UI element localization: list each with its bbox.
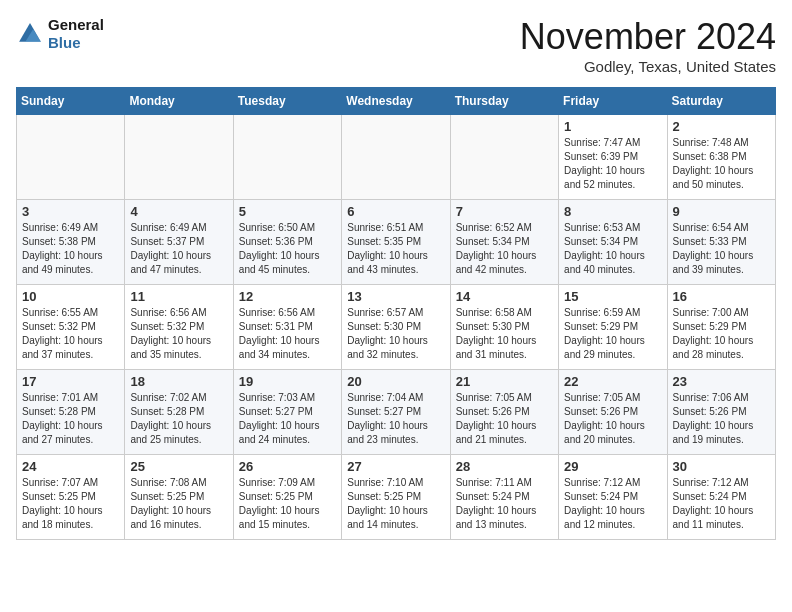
day-number: 6 bbox=[347, 204, 444, 219]
day-number: 22 bbox=[564, 374, 661, 389]
day-number: 4 bbox=[130, 204, 227, 219]
day-cell: 17Sunrise: 7:01 AM Sunset: 5:28 PM Dayli… bbox=[17, 370, 125, 455]
day-info: Sunrise: 7:47 AM Sunset: 6:39 PM Dayligh… bbox=[564, 136, 661, 192]
day-number: 7 bbox=[456, 204, 553, 219]
day-info: Sunrise: 7:09 AM Sunset: 5:25 PM Dayligh… bbox=[239, 476, 336, 532]
weekday-header-tuesday: Tuesday bbox=[233, 88, 341, 115]
day-number: 29 bbox=[564, 459, 661, 474]
day-number: 17 bbox=[22, 374, 119, 389]
day-cell: 25Sunrise: 7:08 AM Sunset: 5:25 PM Dayli… bbox=[125, 455, 233, 540]
day-cell: 12Sunrise: 6:56 AM Sunset: 5:31 PM Dayli… bbox=[233, 285, 341, 370]
weekday-header-wednesday: Wednesday bbox=[342, 88, 450, 115]
day-cell: 26Sunrise: 7:09 AM Sunset: 5:25 PM Dayli… bbox=[233, 455, 341, 540]
day-info: Sunrise: 6:50 AM Sunset: 5:36 PM Dayligh… bbox=[239, 221, 336, 277]
day-number: 20 bbox=[347, 374, 444, 389]
week-row-2: 3Sunrise: 6:49 AM Sunset: 5:38 PM Daylig… bbox=[17, 200, 776, 285]
day-number: 25 bbox=[130, 459, 227, 474]
day-number: 13 bbox=[347, 289, 444, 304]
day-cell: 28Sunrise: 7:11 AM Sunset: 5:24 PM Dayli… bbox=[450, 455, 558, 540]
day-info: Sunrise: 7:04 AM Sunset: 5:27 PM Dayligh… bbox=[347, 391, 444, 447]
day-info: Sunrise: 6:56 AM Sunset: 5:32 PM Dayligh… bbox=[130, 306, 227, 362]
day-cell: 3Sunrise: 6:49 AM Sunset: 5:38 PM Daylig… bbox=[17, 200, 125, 285]
day-info: Sunrise: 7:00 AM Sunset: 5:29 PM Dayligh… bbox=[673, 306, 770, 362]
day-info: Sunrise: 6:55 AM Sunset: 5:32 PM Dayligh… bbox=[22, 306, 119, 362]
title-area: November 2024 Godley, Texas, United Stat… bbox=[520, 16, 776, 75]
day-number: 26 bbox=[239, 459, 336, 474]
day-info: Sunrise: 7:06 AM Sunset: 5:26 PM Dayligh… bbox=[673, 391, 770, 447]
day-number: 24 bbox=[22, 459, 119, 474]
day-cell: 11Sunrise: 6:56 AM Sunset: 5:32 PM Dayli… bbox=[125, 285, 233, 370]
day-info: Sunrise: 7:05 AM Sunset: 5:26 PM Dayligh… bbox=[456, 391, 553, 447]
header: General Blue November 2024 Godley, Texas… bbox=[16, 16, 776, 75]
day-number: 11 bbox=[130, 289, 227, 304]
day-number: 27 bbox=[347, 459, 444, 474]
day-number: 19 bbox=[239, 374, 336, 389]
day-info: Sunrise: 6:52 AM Sunset: 5:34 PM Dayligh… bbox=[456, 221, 553, 277]
day-info: Sunrise: 6:59 AM Sunset: 5:29 PM Dayligh… bbox=[564, 306, 661, 362]
day-number: 9 bbox=[673, 204, 770, 219]
month-title: November 2024 bbox=[520, 16, 776, 58]
day-cell: 20Sunrise: 7:04 AM Sunset: 5:27 PM Dayli… bbox=[342, 370, 450, 455]
day-number: 1 bbox=[564, 119, 661, 134]
day-cell: 23Sunrise: 7:06 AM Sunset: 5:26 PM Dayli… bbox=[667, 370, 775, 455]
logo-blue: Blue bbox=[48, 34, 81, 51]
day-number: 28 bbox=[456, 459, 553, 474]
day-number: 30 bbox=[673, 459, 770, 474]
day-number: 5 bbox=[239, 204, 336, 219]
day-cell bbox=[450, 115, 558, 200]
weekday-header-sunday: Sunday bbox=[17, 88, 125, 115]
day-cell: 30Sunrise: 7:12 AM Sunset: 5:24 PM Dayli… bbox=[667, 455, 775, 540]
day-info: Sunrise: 7:01 AM Sunset: 5:28 PM Dayligh… bbox=[22, 391, 119, 447]
day-info: Sunrise: 7:02 AM Sunset: 5:28 PM Dayligh… bbox=[130, 391, 227, 447]
day-cell: 1Sunrise: 7:47 AM Sunset: 6:39 PM Daylig… bbox=[559, 115, 667, 200]
day-number: 21 bbox=[456, 374, 553, 389]
day-number: 12 bbox=[239, 289, 336, 304]
day-cell: 24Sunrise: 7:07 AM Sunset: 5:25 PM Dayli… bbox=[17, 455, 125, 540]
weekday-header-saturday: Saturday bbox=[667, 88, 775, 115]
week-row-1: 1Sunrise: 7:47 AM Sunset: 6:39 PM Daylig… bbox=[17, 115, 776, 200]
day-cell bbox=[17, 115, 125, 200]
day-info: Sunrise: 7:12 AM Sunset: 5:24 PM Dayligh… bbox=[673, 476, 770, 532]
day-info: Sunrise: 7:10 AM Sunset: 5:25 PM Dayligh… bbox=[347, 476, 444, 532]
day-cell: 14Sunrise: 6:58 AM Sunset: 5:30 PM Dayli… bbox=[450, 285, 558, 370]
day-cell: 27Sunrise: 7:10 AM Sunset: 5:25 PM Dayli… bbox=[342, 455, 450, 540]
weekday-header-friday: Friday bbox=[559, 88, 667, 115]
day-info: Sunrise: 7:08 AM Sunset: 5:25 PM Dayligh… bbox=[130, 476, 227, 532]
day-info: Sunrise: 7:05 AM Sunset: 5:26 PM Dayligh… bbox=[564, 391, 661, 447]
day-info: Sunrise: 7:12 AM Sunset: 5:24 PM Dayligh… bbox=[564, 476, 661, 532]
day-cell: 29Sunrise: 7:12 AM Sunset: 5:24 PM Dayli… bbox=[559, 455, 667, 540]
day-cell: 5Sunrise: 6:50 AM Sunset: 5:36 PM Daylig… bbox=[233, 200, 341, 285]
day-info: Sunrise: 6:49 AM Sunset: 5:37 PM Dayligh… bbox=[130, 221, 227, 277]
day-cell: 4Sunrise: 6:49 AM Sunset: 5:37 PM Daylig… bbox=[125, 200, 233, 285]
day-cell: 8Sunrise: 6:53 AM Sunset: 5:34 PM Daylig… bbox=[559, 200, 667, 285]
weekday-header-thursday: Thursday bbox=[450, 88, 558, 115]
logo: General Blue bbox=[16, 16, 104, 52]
logo-icon bbox=[16, 20, 44, 48]
day-cell: 2Sunrise: 7:48 AM Sunset: 6:38 PM Daylig… bbox=[667, 115, 775, 200]
day-cell: 10Sunrise: 6:55 AM Sunset: 5:32 PM Dayli… bbox=[17, 285, 125, 370]
day-cell: 7Sunrise: 6:52 AM Sunset: 5:34 PM Daylig… bbox=[450, 200, 558, 285]
day-cell bbox=[233, 115, 341, 200]
day-cell bbox=[125, 115, 233, 200]
week-row-3: 10Sunrise: 6:55 AM Sunset: 5:32 PM Dayli… bbox=[17, 285, 776, 370]
week-row-4: 17Sunrise: 7:01 AM Sunset: 5:28 PM Dayli… bbox=[17, 370, 776, 455]
day-cell: 9Sunrise: 6:54 AM Sunset: 5:33 PM Daylig… bbox=[667, 200, 775, 285]
day-number: 8 bbox=[564, 204, 661, 219]
day-info: Sunrise: 7:11 AM Sunset: 5:24 PM Dayligh… bbox=[456, 476, 553, 532]
day-info: Sunrise: 6:53 AM Sunset: 5:34 PM Dayligh… bbox=[564, 221, 661, 277]
weekday-header-monday: Monday bbox=[125, 88, 233, 115]
day-number: 18 bbox=[130, 374, 227, 389]
day-cell bbox=[342, 115, 450, 200]
day-info: Sunrise: 7:48 AM Sunset: 6:38 PM Dayligh… bbox=[673, 136, 770, 192]
day-info: Sunrise: 6:49 AM Sunset: 5:38 PM Dayligh… bbox=[22, 221, 119, 277]
day-info: Sunrise: 7:03 AM Sunset: 5:27 PM Dayligh… bbox=[239, 391, 336, 447]
day-number: 23 bbox=[673, 374, 770, 389]
day-cell: 22Sunrise: 7:05 AM Sunset: 5:26 PM Dayli… bbox=[559, 370, 667, 455]
weekday-header-row: SundayMondayTuesdayWednesdayThursdayFrid… bbox=[17, 88, 776, 115]
day-cell: 16Sunrise: 7:00 AM Sunset: 5:29 PM Dayli… bbox=[667, 285, 775, 370]
week-row-5: 24Sunrise: 7:07 AM Sunset: 5:25 PM Dayli… bbox=[17, 455, 776, 540]
day-cell: 6Sunrise: 6:51 AM Sunset: 5:35 PM Daylig… bbox=[342, 200, 450, 285]
day-number: 3 bbox=[22, 204, 119, 219]
day-info: Sunrise: 6:51 AM Sunset: 5:35 PM Dayligh… bbox=[347, 221, 444, 277]
day-info: Sunrise: 7:07 AM Sunset: 5:25 PM Dayligh… bbox=[22, 476, 119, 532]
